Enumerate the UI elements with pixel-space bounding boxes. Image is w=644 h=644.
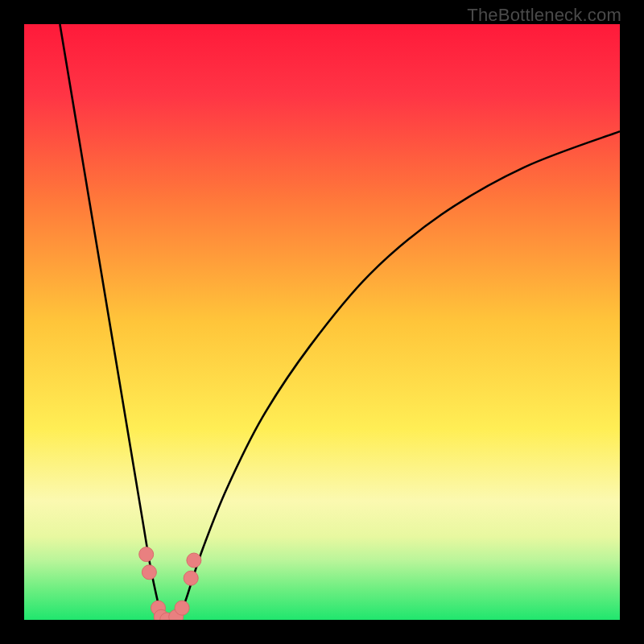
curve-markers bbox=[139, 547, 201, 620]
curve-marker bbox=[139, 547, 154, 562]
watermark-text: TheBottleneck.com bbox=[467, 5, 621, 26]
curve-marker bbox=[187, 553, 201, 568]
chart-curve bbox=[24, 24, 620, 620]
curve-marker bbox=[142, 565, 156, 580]
bottleneck-curve-path bbox=[60, 24, 620, 620]
plot-area bbox=[24, 24, 620, 620]
curve-marker bbox=[175, 601, 189, 615]
curve-marker bbox=[184, 571, 198, 585]
outer-frame: TheBottleneck.com bbox=[0, 0, 644, 644]
